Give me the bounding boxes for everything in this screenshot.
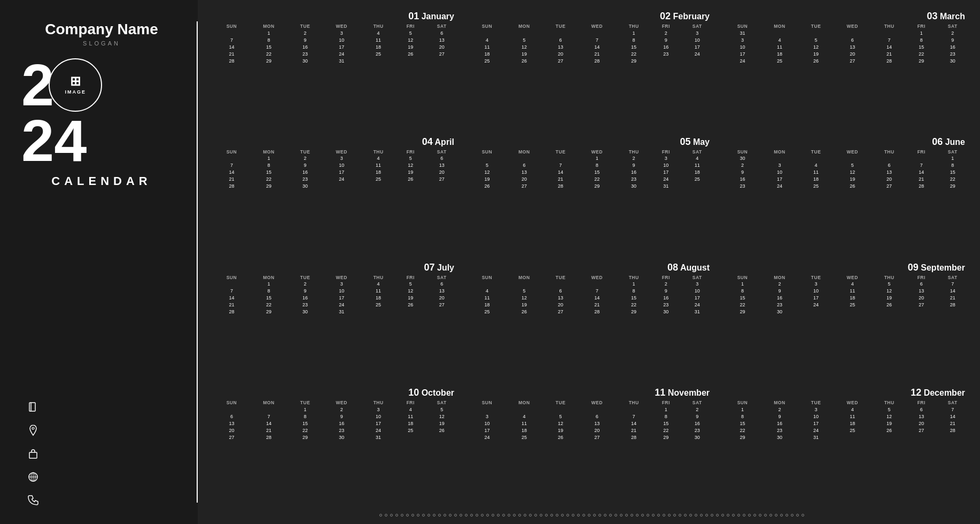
calendar-day: 23: [936, 50, 969, 57]
decorative-dot: [641, 514, 644, 517]
calendar-day: 29: [936, 183, 969, 190]
decorative-dot: [508, 514, 510, 517]
decorative-dot: [534, 514, 537, 517]
calendar-day: 10: [322, 36, 361, 43]
decorative-dot: [748, 514, 751, 517]
calendar-day: 22: [250, 176, 288, 183]
decorative-dot: [684, 514, 687, 517]
calendar-day: 11: [361, 288, 396, 295]
calendar-day: 28: [936, 427, 969, 434]
weekday-header: SUN: [214, 274, 250, 281]
calendar-day: 12: [872, 413, 907, 420]
decorative-dot: [524, 514, 526, 517]
calendar-day: 7: [616, 413, 651, 420]
calendar-day: 25: [505, 434, 543, 441]
calendar-day: 20: [907, 295, 936, 302]
calendar-day: 12: [396, 162, 425, 169]
decorative-dot: [647, 514, 649, 517]
weekday-header: WED: [833, 23, 872, 29]
calendar-day: 3: [799, 281, 833, 288]
dots-row: [214, 511, 969, 519]
weekday-header: FRI: [907, 274, 936, 281]
decorative-dot: [502, 514, 505, 517]
month-num: 04: [422, 136, 433, 147]
weekday-header: MON: [250, 149, 288, 155]
calendar-day: 10: [322, 288, 361, 295]
calendar-day: 29: [725, 434, 760, 441]
weekday-header: FRI: [651, 274, 681, 281]
calendar-day: 24: [681, 50, 714, 57]
weekday-header: SAT: [936, 149, 969, 155]
decorative-dot: [673, 514, 676, 517]
calendar-day: 8: [725, 288, 760, 295]
calendar-day: 3: [361, 406, 396, 413]
calendar-day: 27: [907, 427, 936, 434]
decorative-dot: [529, 514, 532, 517]
calendar-day: 29: [725, 309, 760, 315]
decorative-dot: [705, 514, 708, 517]
calendar-day: [425, 183, 458, 190]
month-num: 07: [424, 262, 435, 273]
month-num: 01: [408, 11, 419, 21]
calendar-day: 14: [936, 288, 969, 295]
calendar-day: 16: [651, 43, 681, 50]
decorative-dot: [604, 514, 606, 517]
calendar-day: 4: [469, 36, 505, 43]
calendar-day: 29: [616, 57, 651, 64]
calendar-day: 27: [543, 57, 578, 64]
calendar-day: 6: [907, 406, 936, 413]
calendar-day: 15: [578, 169, 616, 176]
month-title-05: 05 May: [469, 136, 714, 148]
calendar-day: 2: [651, 281, 681, 288]
calendar-day: [936, 434, 969, 441]
weekday-header: FRI: [907, 149, 936, 155]
weekday-header: FRI: [396, 23, 425, 29]
weekday-header: SAT: [425, 149, 458, 155]
calendar-day: 22: [616, 50, 651, 57]
calendar-day: 1: [616, 29, 651, 36]
weekday-header: THU: [361, 23, 396, 29]
calendar-day: [799, 155, 833, 162]
decorative-dot: [711, 514, 713, 517]
decorative-dot: [476, 514, 478, 517]
calendar-day: [907, 155, 936, 162]
weekday-header: TUE: [543, 149, 578, 155]
month-block-11: 11 NovemberSUNMONTUEWEDTHUFRISAT12345678…: [469, 387, 714, 511]
calendar-day: [543, 155, 578, 162]
calendar-day: 28: [616, 434, 651, 441]
calendar-day: 30: [322, 434, 361, 441]
decorative-dot: [572, 514, 574, 517]
calendar-day: 14: [214, 169, 250, 176]
calendar-day: 3: [760, 162, 799, 169]
calendar-day: 20: [425, 43, 458, 50]
calendar-day: 12: [543, 420, 578, 427]
calendar-day: 14: [578, 295, 616, 302]
decorative-dot: [385, 514, 387, 517]
calendar-day: 4: [760, 36, 799, 43]
weekday-header: SUN: [469, 274, 505, 281]
decorative-dot: [379, 514, 382, 517]
calendar-day: 16: [681, 420, 714, 427]
calendar-day: [214, 29, 250, 36]
decorative-dot: [411, 514, 414, 517]
cal-table-08: SUNMONTUEWEDTHUFRISAT1234567891011121314…: [469, 274, 714, 315]
calendar-day: 13: [425, 36, 458, 43]
calendar-day: [250, 406, 288, 413]
decorative-dot: [775, 514, 777, 517]
weekday-header: TUE: [288, 149, 322, 155]
decorative-dot: [481, 514, 484, 517]
calendar-day: 8: [936, 162, 969, 169]
calendar-day: 2: [288, 155, 322, 162]
decorative-dot: [764, 514, 767, 517]
calendar-day: 16: [616, 169, 651, 176]
calendar-day: 12: [425, 413, 458, 420]
calendar-day: 8: [651, 413, 681, 420]
left-panel: Company Name SLOGAN 2 ⊞ IMAGE 24 CALENDA…: [0, 0, 198, 524]
month-num: 12: [911, 387, 921, 398]
weekday-header: TUE: [799, 23, 833, 29]
calendar-day: [907, 309, 936, 315]
decorative-dot: [598, 514, 601, 517]
cal-table-03: SUNMONTUEWEDTHUFRISAT3112345678910111213…: [725, 23, 969, 64]
cal-table-10: SUNMONTUEWEDTHUFRISAT1234567891011121314…: [214, 399, 458, 441]
weekday-header: THU: [872, 399, 907, 406]
